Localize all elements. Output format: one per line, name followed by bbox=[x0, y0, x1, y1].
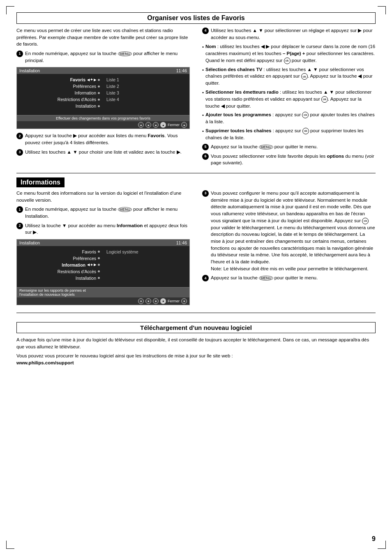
menu-item-prefs: Préférences bbox=[20, 83, 100, 90]
page-number: 9 bbox=[372, 535, 376, 543]
dot2 bbox=[98, 85, 100, 88]
bullet-dot-supprimer: • bbox=[202, 128, 204, 141]
section1-step4: 4 Utilisez les touches ▲ ▼ pour sélectio… bbox=[202, 27, 376, 41]
section1-left: Ce menu vous permet de créer une liste a… bbox=[16, 27, 190, 169]
s2-step1-text: En mode numérique, appuyez sur la touche… bbox=[25, 206, 190, 219]
menu-screenshot-2: Installation 11:46 Favoris Préférences I… bbox=[16, 239, 190, 305]
left-arrow: ◀ bbox=[87, 78, 90, 82]
m2-right-arrow: ▶ bbox=[94, 263, 96, 267]
star-icon: ✦ bbox=[90, 78, 93, 82]
section2-header-wrap: Informations bbox=[16, 177, 376, 190]
menu-icon: MENU bbox=[118, 51, 132, 56]
s2-step3-num: 3 bbox=[202, 190, 209, 197]
btn3: ● bbox=[153, 122, 159, 128]
s2-step2-num: 2 bbox=[16, 223, 23, 229]
section1-step5: 5 Appuyez sur la touche MENU pour quitte… bbox=[202, 143, 376, 150]
step4-text: Utilisez les touches ▲ ▼ pour sélectionn… bbox=[211, 27, 376, 41]
bullet-nom: • Nom : utilisez les touches ◀ ▶ pour dé… bbox=[202, 43, 376, 64]
section1: Organiser vos listes de Favoris bbox=[16, 12, 376, 27]
fav-indicator: ◀ ✦ ▶ bbox=[87, 78, 96, 82]
btn1: ● bbox=[138, 122, 144, 128]
bullet-radio: • Sélectionner les émetteurs radio : uti… bbox=[202, 89, 376, 109]
ok-icon-5: ok bbox=[302, 128, 309, 134]
step3-text: Utilisez les touches ▲ ▼ pour choisir un… bbox=[25, 149, 190, 156]
menu2-item-favoris: Favoris bbox=[20, 249, 100, 255]
menu-footer-1: Effectuer des changements dans vos progr… bbox=[17, 115, 189, 121]
m2-dot3 bbox=[98, 264, 100, 266]
menu-item-info: Information bbox=[20, 90, 100, 96]
s2-step1-num: 1 bbox=[16, 206, 23, 213]
menu-body-1: Favoris ◀ ✦ ▶ Préférences Information bbox=[17, 74, 189, 115]
section1-step2: 2 Appuyez sur la touche ▶ pour accéder a… bbox=[16, 132, 190, 146]
m2-dot2 bbox=[98, 257, 100, 259]
m2-btn1: ● bbox=[138, 298, 144, 304]
m2-btn2: ● bbox=[145, 298, 151, 304]
divider2 bbox=[16, 313, 376, 313]
bullet-dot-nom: • bbox=[202, 44, 204, 64]
menu-left-2: Favoris Préférences Information ◀ ✦ ▶ bbox=[17, 248, 103, 286]
m2-btn4: ● bbox=[181, 298, 187, 304]
menu-left-1: Favoris ◀ ✦ ▶ Préférences Information bbox=[17, 76, 103, 113]
corner-mark-tl bbox=[6, 6, 14, 14]
section2-step2: 2 Utilisez la touche ▼ pour accéder au m… bbox=[16, 222, 190, 236]
menu-footer-2: Renseigne sur les rapports de pannes etl… bbox=[17, 287, 189, 297]
bullet-chaines: • Sélection des chaînes TV : utilisez le… bbox=[202, 66, 376, 87]
corner-mark-tr bbox=[378, 6, 386, 14]
step5-text: Appuyez sur la touche MENU pour quitter … bbox=[211, 143, 376, 150]
menu-body-2: Favoris Préférences Information ◀ ✦ ▶ bbox=[17, 246, 189, 287]
liste3: Liste 3 bbox=[106, 90, 186, 96]
step1-text: En mode numérique, appuyez sur la touche… bbox=[25, 50, 190, 64]
section1-title: Organiser vos listes de Favoris bbox=[21, 14, 371, 22]
m2-star: ✦ bbox=[90, 263, 93, 267]
dot5 bbox=[98, 105, 100, 107]
ok-icon-3: ok bbox=[321, 96, 328, 103]
corner-mark-bl bbox=[6, 541, 14, 549]
step2-text: Appuyez sur la touche ▶ pour accéder aux… bbox=[25, 132, 190, 146]
m2-dot4 bbox=[98, 270, 100, 272]
menu-right-1: Liste 1 Liste 2 Liste 3 Liste 4 bbox=[103, 76, 189, 113]
step1-number: 1 bbox=[16, 51, 23, 57]
m2-restrictions-label: Restrictions d'Accès bbox=[58, 269, 96, 274]
menu-item-installation: Installation bbox=[20, 103, 100, 109]
bullet-chaines-text: Sélection des chaînes TV : utilisez les … bbox=[205, 66, 376, 87]
btn-fermer: ● bbox=[160, 122, 166, 128]
step6-text: Vous pouvez sélectionner votre liste fav… bbox=[211, 153, 376, 166]
step3-number: 3 bbox=[16, 149, 23, 156]
m2-btn3: ● bbox=[153, 298, 159, 304]
info-label: Information bbox=[74, 90, 96, 95]
m2-fermer-label: Fermer bbox=[168, 299, 180, 303]
section3-url: www.philips.com/support bbox=[16, 360, 74, 365]
step6-number: 6 bbox=[202, 153, 209, 160]
bullet-nom-text: Nom : utilisez les touches ◀ ▶ pour dépl… bbox=[205, 43, 376, 64]
menu-icon-5: MENU bbox=[259, 145, 273, 150]
restrictions-label: Restrictions d'Accès bbox=[58, 97, 96, 102]
bullet-radio-text: Sélectionner les émetteurs radio : utili… bbox=[205, 89, 376, 109]
menu-item-restrictions: Restrictions d'Accès bbox=[20, 96, 100, 103]
section2-step3: 3 Vous pouvez configurer le menu pour qu… bbox=[202, 190, 376, 272]
bullet-supprimer-text: Supprimer toutes les chaînes : appuyez s… bbox=[205, 127, 376, 141]
menu-header-2: Installation 11:46 bbox=[17, 240, 189, 246]
m2-dot1 bbox=[98, 251, 100, 253]
section3-title: Téléchargement d'un nouveau logiciel bbox=[21, 324, 371, 331]
section3-para1: A chaque fois qu'une mise à jour du logi… bbox=[16, 336, 376, 350]
liste1: Liste 1 bbox=[106, 76, 186, 83]
menu-header-1: Installation 11:46 bbox=[17, 67, 189, 74]
m2-installation-label: Installation bbox=[76, 276, 96, 281]
menu-right-2: Logiciel système bbox=[103, 248, 189, 286]
section2-left: Ce menu fournit des informations sur la … bbox=[16, 190, 190, 309]
corner-mark-br bbox=[378, 541, 386, 549]
ok-icon-4: ok bbox=[302, 112, 309, 118]
prefs-label: Préférences bbox=[73, 84, 96, 89]
dot1 bbox=[98, 79, 100, 81]
ok-icon-s2-3: ok bbox=[362, 218, 369, 224]
btn4: ● bbox=[181, 122, 187, 128]
section2-step4: 4 Appuyez sur la touche MENU pour quitte… bbox=[202, 274, 376, 281]
bullet-dot-radio: • bbox=[202, 89, 204, 109]
section1-step6: 6 Vous pouvez sélectionner votre liste f… bbox=[202, 153, 376, 166]
section3-para2: Vous pouvez vous procurer le nouveau log… bbox=[16, 352, 376, 366]
menu-time-1: 11:46 bbox=[176, 68, 187, 73]
menu-icon-s2-4: MENU bbox=[259, 276, 273, 281]
menu2-item-installation: Installation bbox=[20, 275, 100, 281]
installation-label: Installation bbox=[76, 104, 96, 108]
menu-item-favoris: Favoris ◀ ✦ ▶ bbox=[20, 76, 100, 83]
